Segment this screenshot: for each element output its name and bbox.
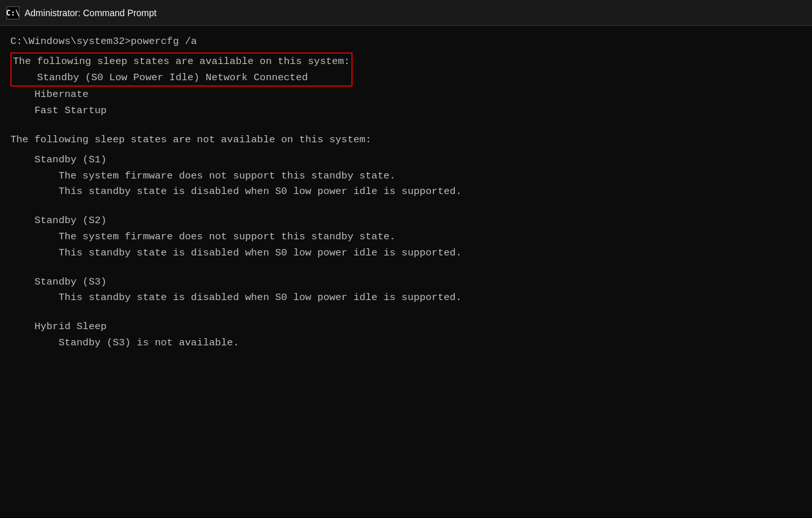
- standby-s2-reason1: The system firmware does not support thi…: [10, 229, 802, 245]
- hybrid-sleep-title: Hybrid Sleep: [10, 319, 802, 335]
- available-header-line: The following sleep states are available…: [13, 54, 350, 70]
- app-icon: C:\: [6, 6, 19, 19]
- hybrid-sleep-reason1: Standby (S3) is not available.: [10, 335, 802, 351]
- standby-s3-title: Standby (S3): [10, 274, 802, 290]
- not-available-header: The following sleep states are not avail…: [10, 132, 802, 148]
- standby-s2-reason2: This standby state is disabled when S0 l…: [10, 245, 802, 261]
- standby-s2-title: Standby (S2): [10, 213, 802, 229]
- terminal-body: C:\Windows\system32>powercfg /a The foll…: [0, 26, 812, 517]
- command-prompt-line: C:\Windows\system32>powercfg /a: [10, 34, 802, 50]
- available-fast-startup: Fast Startup: [10, 103, 802, 119]
- available-hibernate: Hibernate: [10, 87, 802, 103]
- window-title: Administrator: Command Prompt: [25, 8, 157, 18]
- standby-s3-reason1: This standby state is disabled when S0 l…: [10, 290, 802, 306]
- available-s0-line: Standby (S0 Low Power Idle) Network Conn…: [13, 70, 350, 86]
- standby-s1-title: Standby (S1): [10, 152, 802, 168]
- standby-s1-reason2: This standby state is disabled when S0 l…: [10, 184, 802, 200]
- title-bar: C:\ Administrator: Command Prompt: [0, 0, 812, 26]
- standby-s1-reason1: The system firmware does not support thi…: [10, 168, 802, 184]
